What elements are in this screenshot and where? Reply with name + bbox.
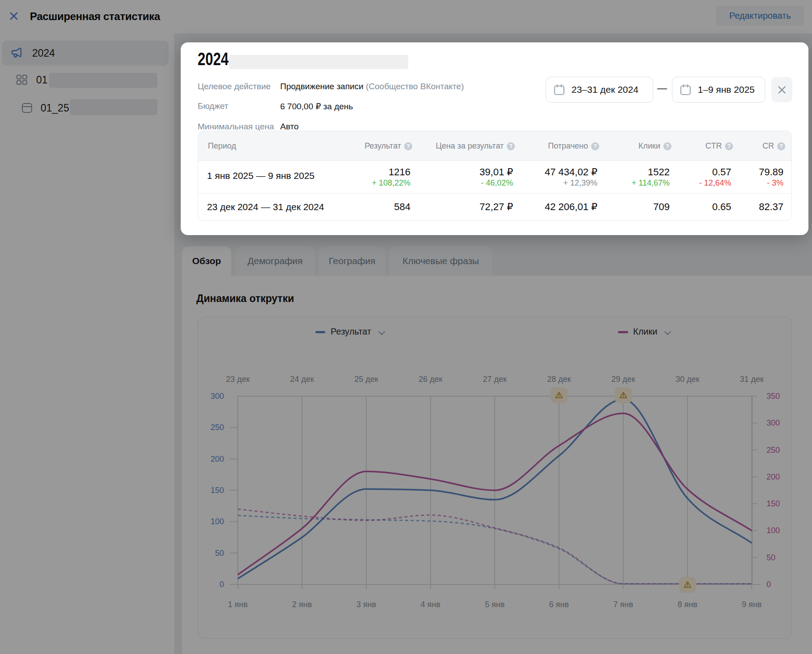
row1-result: 1216 + 108,22%	[372, 166, 410, 188]
date-range-clear-button[interactable]	[771, 77, 792, 102]
help-icon[interactable]: ?	[404, 142, 412, 150]
row2-spent: 42 206,01 ₽	[545, 201, 597, 213]
row2-result: 584	[394, 201, 410, 213]
field-value-budget: 6 700,00 ₽ за день	[280, 101, 353, 112]
stats-table: Период Результат? Цена за результат? Пот…	[198, 131, 792, 221]
close-icon	[778, 86, 786, 94]
row1-period: 1 янв 2025 — 9 янв 2025	[207, 170, 315, 182]
field-label-action: Целевое действие	[198, 82, 271, 91]
col-cost: Цена за результат?	[436, 131, 515, 161]
help-icon[interactable]: ?	[507, 142, 515, 150]
redacted-block	[229, 55, 408, 69]
col-ctr: CTR?	[705, 131, 733, 161]
row2-ctr: 0.65	[712, 201, 731, 213]
row1-clicks: 1522 + 114,67%	[632, 166, 670, 188]
date-range-separator: —	[653, 83, 671, 94]
help-icon[interactable]: ?	[725, 142, 733, 150]
stats-table-header: Период Результат? Цена за результат? Пот…	[198, 131, 791, 161]
campaign-title: 2024	[198, 49, 228, 69]
calendar-icon	[553, 84, 565, 96]
help-icon[interactable]: ?	[591, 142, 599, 150]
row2-cr: 82.37	[759, 201, 783, 213]
col-result: Результат?	[365, 131, 412, 161]
row1-spent: 47 434,02 ₽ + 12,39%	[545, 166, 597, 188]
help-icon[interactable]: ?	[777, 142, 785, 150]
col-period: Период	[208, 131, 236, 161]
campaign-modal-card: 2024 Целевое действие Продвижение записи…	[181, 42, 808, 235]
col-cr: CR?	[762, 131, 785, 161]
field-label-budget: Бюджет	[198, 101, 228, 111]
field-label-minprice: Минимальная цена	[198, 122, 274, 132]
date-range-to[interactable]: 1–9 янв 2025	[672, 77, 765, 103]
field-value-action: Продвижение записи (Сообщество ВКонтакте…	[280, 82, 464, 91]
row-divider	[198, 193, 791, 194]
help-icon[interactable]: ?	[663, 142, 671, 150]
calendar-icon	[679, 84, 692, 96]
field-value-minprice: Авто	[280, 122, 298, 132]
row2-period: 23 дек 2024 — 31 дек 2024	[207, 201, 324, 213]
row1-ctr: 0.57 - 12,64%	[699, 166, 731, 188]
row1-cr: 79.89 - 3%	[759, 166, 783, 188]
row2-clicks: 709	[653, 201, 670, 213]
row1-cost: 39,01 ₽ - 46,02%	[480, 166, 513, 188]
col-spent: Потрачено?	[548, 131, 599, 161]
col-clicks: Клики?	[638, 131, 671, 161]
field-value-secondary: (Сообщество ВКонтакте)	[366, 82, 464, 91]
row2-cost: 72,27 ₽	[480, 201, 513, 213]
date-range-from[interactable]: 23–31 дек 2024	[546, 77, 653, 103]
